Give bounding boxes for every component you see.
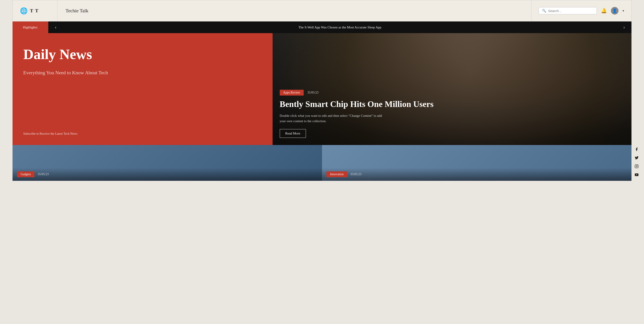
featured-date: 35/05/23: [307, 91, 318, 94]
featured-image: Apps Review 35/05/23 Bently Smart Chip H…: [272, 33, 632, 145]
svg-point-1: [636, 166, 637, 167]
twitter-icon[interactable]: [634, 156, 639, 160]
subscribe-text: Subscribe to Receive the Latest Tech New…: [23, 132, 77, 135]
featured-meta: Apps Review 35/05/23: [280, 90, 624, 96]
site-name: Techie Talk: [66, 8, 88, 14]
bottom-card-innovation-badge[interactable]: Innovation: [326, 171, 347, 177]
hero-left-panel: Daily News Everything You Need to Know A…: [12, 33, 272, 145]
search-input[interactable]: [548, 9, 594, 13]
svg-rect-0: [635, 165, 638, 168]
featured-category-badge[interactable]: Apps Review: [280, 90, 304, 96]
highlights-next-button[interactable]: ›: [622, 25, 626, 30]
hero-subtitle: Everything You Need to Know About Tech: [23, 69, 262, 76]
social-sidebar: [634, 147, 639, 177]
site-header: 🌐 T T Techie Talk 🔍 🔔 👤 ▾: [12, 0, 632, 22]
bottom-card-innovation-date: 35/05/23: [350, 173, 362, 176]
logo-area: 🌐 T T: [13, 0, 58, 21]
instagram-icon[interactable]: [634, 164, 639, 168]
notification-bell-icon[interactable]: 🔔: [601, 8, 607, 14]
youtube-icon[interactable]: [634, 173, 639, 177]
bottom-cards-row: Gadgets 35/05/23 Innovation 35/05/23: [12, 145, 632, 181]
search-icon: 🔍: [542, 9, 546, 13]
site-name-area: Techie Talk: [58, 0, 532, 21]
bottom-card-gadgets-meta: Gadgets 35/05/23: [17, 171, 318, 177]
bottom-card-gadgets-date: 35/05/23: [38, 173, 49, 176]
svg-point-2: [637, 165, 638, 166]
main-content: Daily News Everything You Need to Know A…: [12, 33, 632, 145]
highlights-nav: ‹ The S-Well App Was Chosen as the Most …: [48, 25, 632, 30]
featured-description: Double click what you want to edit and t…: [280, 113, 387, 124]
search-box[interactable]: 🔍: [539, 7, 597, 14]
user-avatar[interactable]: 👤: [611, 7, 618, 15]
hero-left-main: Daily News Everything You Need to Know A…: [23, 47, 262, 76]
highlights-label: Highlights:: [12, 22, 48, 33]
bottom-card-gadgets-content: Gadgets 35/05/23: [12, 168, 322, 181]
hero-title: Daily News: [23, 47, 262, 62]
highlights-bar: Highlights: ‹ The S-Well App Was Chosen …: [12, 22, 632, 33]
featured-read-more-button[interactable]: Read More: [280, 129, 306, 138]
bottom-card-innovation: Innovation 35/05/23: [322, 145, 632, 181]
featured-title: Bently Smart Chip Hits One Million Users: [280, 99, 624, 109]
highlights-prev-button[interactable]: ‹: [54, 25, 58, 30]
hero-right-panel: Apps Review 35/05/23 Bently Smart Chip H…: [272, 33, 632, 145]
facebook-icon[interactable]: [634, 147, 639, 151]
bottom-card-gadgets: Gadgets 35/05/23: [12, 145, 322, 181]
bottom-card-innovation-meta: Innovation 35/05/23: [326, 171, 627, 177]
highlights-text: The S-Well App Was Chosen as the Most Ac…: [62, 26, 618, 29]
user-menu-chevron-icon[interactable]: ▾: [622, 9, 624, 13]
bottom-card-gadgets-badge[interactable]: Gadgets: [17, 171, 34, 177]
logo-text: T T: [30, 8, 39, 14]
globe-icon: 🌐: [20, 7, 28, 15]
bottom-card-innovation-content: Innovation 35/05/23: [322, 168, 632, 181]
featured-content: Apps Review 35/05/23 Bently Smart Chip H…: [280, 90, 624, 138]
hero-left-bottom: Subscribe to Receive the Latest Tech New…: [23, 131, 262, 136]
user-avatar-icon: 👤: [612, 8, 617, 13]
header-right-area: 🔍 🔔 👤 ▾: [532, 0, 631, 21]
